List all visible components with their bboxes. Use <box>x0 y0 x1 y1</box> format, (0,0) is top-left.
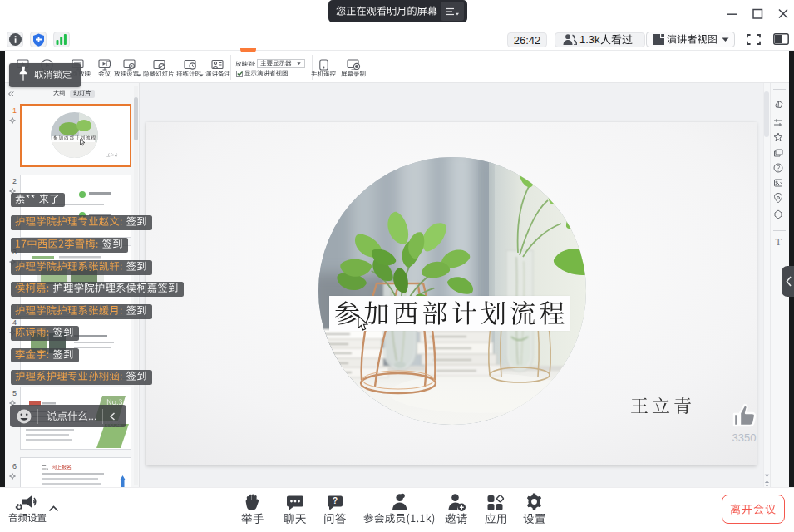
svg-text:?: ? <box>333 496 338 505</box>
